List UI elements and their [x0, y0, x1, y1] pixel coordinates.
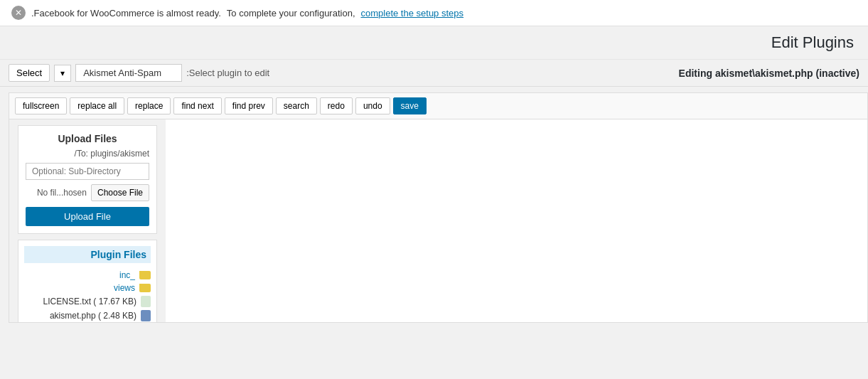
notification-text: .Facebook for WooCommerce is almost read…: [31, 8, 221, 18]
txt-icon-license: [141, 296, 151, 307]
file-item-views[interactable]: views: [24, 282, 151, 294]
find-prev-button[interactable]: find prev: [225, 97, 273, 114]
dropdown-arrow-button[interactable]: ▾: [54, 65, 71, 82]
upload-section: Upload Files /To: plugins/akismet No fil…: [18, 125, 157, 234]
no-file-text: No fil...hosen: [37, 188, 87, 198]
notification-close-button[interactable]: ✕: [11, 6, 26, 20]
sub-directory-input[interactable]: [26, 163, 149, 180]
file-item-inc[interactable]: inc_: [24, 269, 151, 282]
choose-file-button[interactable]: Choose File: [91, 184, 149, 201]
page-title: Edit Plugins: [0, 26, 868, 60]
upload-title: Upload Files: [26, 133, 149, 144]
setup-steps-link[interactable]: complete the setup steps: [361, 8, 464, 18]
right-panel: Upload Files /To: plugins/akismet No fil…: [9, 119, 166, 322]
editor-panel: fullscreen replace all replace find next…: [9, 92, 868, 323]
plugin-files-title: Plugin Files: [24, 246, 151, 263]
notification-detail: To complete your configuration,: [227, 8, 355, 18]
plugin-files-section: Plugin Files inc_ views LICENSE.txt ( 17…: [18, 240, 157, 322]
find-next-button[interactable]: find next: [173, 97, 221, 114]
file-choose-row: No fil...hosen Choose File: [26, 184, 149, 201]
file-name-views: views: [114, 283, 135, 293]
editing-title: Editing akismet\akismet.php (inactive): [679, 68, 859, 79]
file-item-license[interactable]: LICENSE.txt ( 17.67 KB): [24, 294, 151, 309]
file-name-akismet-php: akismet.php ( 2.48 KB): [50, 311, 136, 321]
replace-all-button[interactable]: replace all: [70, 97, 124, 114]
main-layout: fullscreen replace all replace find next…: [0, 87, 868, 329]
file-name-inc: inc_: [119, 270, 135, 280]
upload-path: /To: plugins/akismet: [26, 149, 149, 159]
plugin-select-bar: Select ▾ Akismet Anti-Spam :Select plugi…: [0, 60, 868, 87]
folder-icon: [139, 271, 151, 279]
search-button[interactable]: search: [276, 97, 317, 114]
close-icon: ✕: [15, 8, 22, 18]
fullscreen-button[interactable]: fullscreen: [15, 97, 67, 114]
save-button[interactable]: save: [393, 97, 427, 114]
plugin-name-display: Akismet Anti-Spam: [75, 64, 182, 82]
undo-button[interactable]: undo: [355, 97, 390, 114]
editor-toolbar: fullscreen replace all replace find next…: [9, 93, 867, 119]
redo-button[interactable]: redo: [320, 97, 353, 114]
notification-bar: ✕ .Facebook for WooCommerce is almost re…: [0, 0, 868, 26]
select-hint: :Select plugin to edit: [186, 68, 269, 78]
php-icon-akismet: [141, 310, 151, 321]
select-button[interactable]: Select: [9, 64, 50, 82]
file-name-license: LICENSE.txt ( 17.67 KB): [43, 297, 136, 306]
file-item-akismet-php[interactable]: akismet.php ( 2.48 KB): [24, 309, 151, 322]
upload-file-button[interactable]: Upload File: [26, 207, 149, 226]
folder-icon-views: [139, 284, 151, 292]
replace-button[interactable]: replace: [127, 97, 171, 114]
